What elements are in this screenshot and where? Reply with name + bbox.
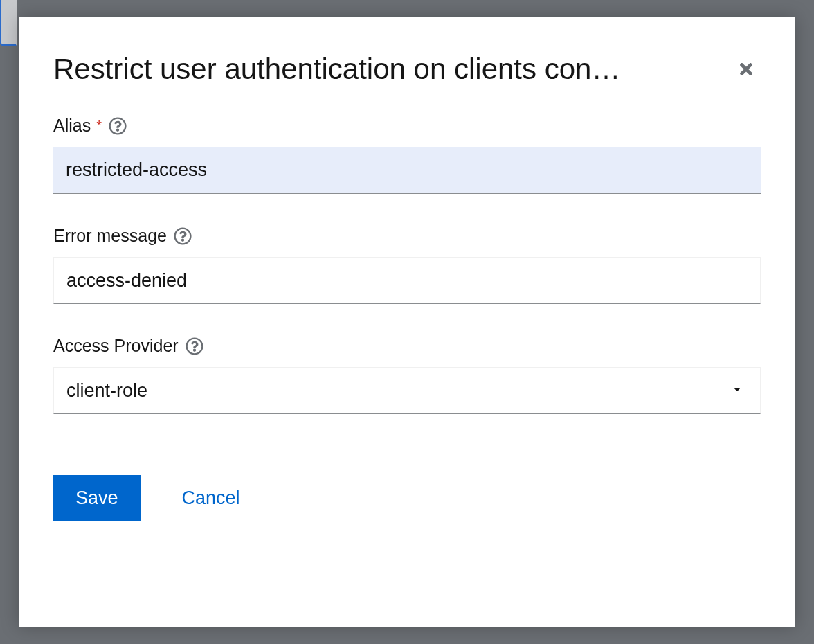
error-message-label: Error message xyxy=(53,226,167,246)
modal-dialog: Restrict user authentication on clients … xyxy=(19,17,795,627)
alias-field-group: Alias * xyxy=(53,116,761,194)
help-icon[interactable] xyxy=(109,117,127,135)
error-message-input[interactable] xyxy=(53,257,761,304)
modal-header: Restrict user authentication on clients … xyxy=(53,52,761,87)
alias-label: Alias xyxy=(53,116,91,136)
required-asterisk: * xyxy=(96,118,102,134)
help-icon[interactable] xyxy=(186,337,204,355)
help-icon[interactable] xyxy=(174,227,192,245)
alias-input[interactable] xyxy=(53,147,761,194)
access-provider-field-group: Access Provider client-role xyxy=(53,336,761,414)
modal-footer: Save Cancel xyxy=(53,475,761,521)
background-tab xyxy=(0,0,17,46)
alias-label-row: Alias * xyxy=(53,116,761,136)
error-message-field-group: Error message xyxy=(53,226,761,304)
access-provider-select-wrapper: client-role xyxy=(53,367,761,414)
access-provider-label: Access Provider xyxy=(53,336,179,356)
save-button[interactable]: Save xyxy=(53,475,141,521)
modal-title: Restrict user authentication on clients … xyxy=(53,52,620,87)
close-button[interactable] xyxy=(732,55,761,86)
error-message-label-row: Error message xyxy=(53,226,761,246)
access-provider-select[interactable]: client-role xyxy=(53,367,761,414)
access-provider-label-row: Access Provider xyxy=(53,336,761,356)
close-icon xyxy=(737,70,755,80)
cancel-button[interactable]: Cancel xyxy=(182,488,240,509)
